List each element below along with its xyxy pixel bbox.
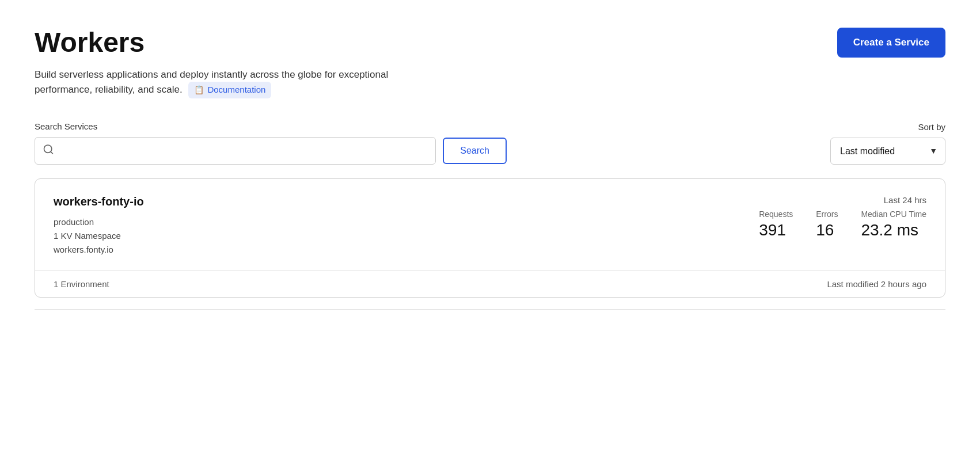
stats-grid: Requests 391 Errors 16 Median CPU Time 2… [759,210,926,239]
footer-environment: 1 Environment [54,279,109,289]
requests-value: 391 [759,221,786,239]
doc-link-label: Documentation [207,83,265,97]
service-card-main: workers-fonty-io production 1 KV Namespa… [35,179,945,271]
search-label: Search Services [35,121,507,131]
stat-requests: Requests 391 [759,210,793,239]
stat-errors: Errors 16 [816,210,838,239]
page-header: Workers Build serverless applications an… [35,28,945,98]
search-button[interactable]: Search [443,138,507,164]
sort-select[interactable]: Last modified Name Created [830,138,945,165]
stats-period: Last 24 hrs [884,195,926,205]
service-env: production [54,215,144,229]
sort-select-wrapper: Last modified Name Created ▼ [830,138,945,165]
page-description: Build serverless applications and deploy… [35,67,426,98]
list-divider [35,309,945,310]
search-sort-row: Search Services Search Sort by Last modi… [35,121,945,165]
service-url: workers.fonty.io [54,243,144,257]
service-meta: production 1 KV Namespace workers.fonty.… [54,215,144,257]
service-card-footer: 1 Environment Last modified 2 hours ago [35,271,945,297]
sort-label: Sort by [918,122,945,132]
service-stats: Last 24 hrs Requests 391 Errors 16 Media… [759,195,926,239]
requests-label: Requests [759,210,793,219]
service-name[interactable]: workers-fonty-io [54,195,144,208]
service-namespace: 1 KV Namespace [54,229,144,243]
service-card: workers-fonty-io production 1 KV Namespa… [35,178,945,298]
errors-value: 16 [816,221,834,239]
search-section: Search Services Search [35,121,507,165]
stat-cpu: Median CPU Time 23.2 ms [861,210,926,239]
documentation-link[interactable]: 📋 Documentation [188,82,271,98]
service-info: workers-fonty-io production 1 KV Namespa… [54,195,144,257]
search-input-wrapper [35,137,436,165]
page-title: Workers [35,28,426,58]
cpu-label: Median CPU Time [861,210,926,219]
services-list: workers-fonty-io production 1 KV Namespa… [35,178,945,310]
search-input[interactable] [35,137,436,165]
footer-last-modified: Last modified 2 hours ago [827,279,926,289]
errors-label: Errors [816,210,838,219]
search-input-row: Search [35,137,507,165]
header-left: Workers Build serverless applications an… [35,28,426,98]
doc-icon: 📋 [194,84,204,96]
create-service-button[interactable]: Create a Service [837,28,945,58]
cpu-value: 23.2 ms [861,221,918,239]
sort-section: Sort by Last modified Name Created ▼ [830,122,945,165]
